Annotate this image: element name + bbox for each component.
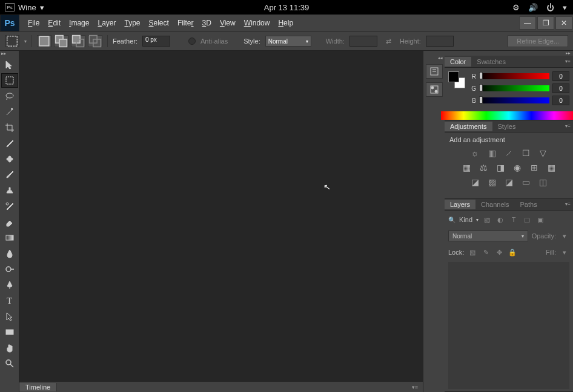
dropdown-icon[interactable]: ▾ xyxy=(563,3,567,12)
crop-tool[interactable] xyxy=(1,120,18,135)
menu-view[interactable]: View xyxy=(220,19,236,27)
color-spectrum[interactable] xyxy=(441,111,573,120)
vibrance-icon[interactable]: ▽ xyxy=(537,148,548,158)
fill-input[interactable]: ▾ xyxy=(560,248,569,256)
refine-edge-button[interactable]: Refine Edge... xyxy=(508,35,568,47)
posterize-icon[interactable]: ▨ xyxy=(486,177,497,187)
filter-kind-icon[interactable]: 🔍 xyxy=(448,217,455,223)
b-slider[interactable] xyxy=(479,97,549,103)
g-slider[interactable] xyxy=(479,85,549,91)
move-tool[interactable] xyxy=(1,57,18,72)
tab-paths[interactable]: Paths xyxy=(515,200,543,209)
b-value[interactable]: 0 xyxy=(552,96,569,105)
marquee-tool[interactable] xyxy=(1,73,18,88)
lock-transparency-icon[interactable]: ▧ xyxy=(468,248,477,256)
menu-edit[interactable]: Edit xyxy=(48,19,61,27)
pen-tool[interactable] xyxy=(1,278,18,292)
eyedropper-tool[interactable] xyxy=(1,136,18,151)
tab-layers[interactable]: Layers xyxy=(445,200,475,209)
dock-history-icon[interactable] xyxy=(426,64,443,79)
history-brush-tool[interactable] xyxy=(1,199,18,214)
gradient-tool[interactable] xyxy=(1,230,18,245)
adjustments-panel-menu-icon[interactable]: ▾≡ xyxy=(565,123,571,129)
tool-preset-caret[interactable]: ▾ xyxy=(24,39,27,44)
dock-properties-icon[interactable] xyxy=(426,82,443,97)
path-selection-tool[interactable] xyxy=(1,309,18,324)
timeline-tab[interactable]: Timeline xyxy=(19,383,57,391)
tab-adjustments[interactable]: Adjustments xyxy=(445,122,492,131)
filter-shape-icon[interactable]: ▢ xyxy=(522,215,532,224)
swap-wh-icon[interactable]: ⇄ xyxy=(386,38,391,45)
clone-stamp-tool[interactable] xyxy=(1,183,18,198)
menu-help[interactable]: Help xyxy=(278,19,293,27)
brush-tool[interactable] xyxy=(1,168,18,182)
curves-icon[interactable]: ⟋ xyxy=(503,148,514,158)
foreground-color-swatch[interactable] xyxy=(448,71,459,82)
lock-position-icon[interactable]: ✥ xyxy=(494,248,504,256)
menu-filter[interactable]: Filter xyxy=(177,19,194,27)
type-tool[interactable]: T xyxy=(1,293,18,308)
panels-collapse-icon[interactable]: ▸▸ xyxy=(445,51,573,56)
timeline-menu-icon[interactable]: ▾≡ xyxy=(412,384,418,390)
style-select[interactable]: Normal▾ xyxy=(265,36,311,47)
exposure-icon[interactable]: ☐ xyxy=(520,148,531,158)
feather-input[interactable]: 0 px xyxy=(142,36,170,47)
color-lookup-icon[interactable]: ▦ xyxy=(546,163,557,172)
menu-3d[interactable]: 3D xyxy=(202,19,211,27)
window-maximize-button[interactable]: ❐ xyxy=(537,16,554,30)
zoom-tool[interactable] xyxy=(1,356,18,371)
menu-image[interactable]: Image xyxy=(69,19,89,27)
antialias-checkbox[interactable] xyxy=(188,38,196,45)
app-logo[interactable]: Ps xyxy=(0,15,19,31)
menu-file[interactable]: File xyxy=(28,19,39,27)
tab-swatches[interactable]: Swatches xyxy=(471,57,511,67)
window-close-button[interactable]: ✕ xyxy=(555,16,572,30)
healing-brush-tool[interactable] xyxy=(1,152,18,166)
os-app-menu-caret[interactable]: ▾ xyxy=(40,3,44,12)
opacity-input[interactable]: ▾ xyxy=(560,232,569,240)
lasso-tool[interactable] xyxy=(1,89,18,103)
window-minimize-button[interactable]: — xyxy=(519,16,536,30)
levels-icon[interactable]: ▥ xyxy=(486,148,497,158)
foreground-background-swatch[interactable] xyxy=(448,71,465,88)
eraser-tool[interactable] xyxy=(1,215,18,229)
filter-type-icon[interactable]: T xyxy=(509,215,518,224)
g-value[interactable]: 0 xyxy=(552,83,569,93)
selection-new-button[interactable] xyxy=(37,35,51,47)
tool-preset-picker[interactable] xyxy=(5,35,19,47)
hand-tool[interactable] xyxy=(1,341,18,355)
dodge-tool[interactable] xyxy=(1,262,18,276)
color-panel-menu-icon[interactable]: ▾≡ xyxy=(565,59,571,64)
photo-filter-icon[interactable]: ◉ xyxy=(512,163,523,172)
selection-add-button[interactable] xyxy=(54,35,68,47)
invert-icon[interactable]: ◪ xyxy=(469,177,480,187)
lock-image-icon[interactable]: ✎ xyxy=(481,248,491,256)
tab-channels[interactable]: Channels xyxy=(475,200,514,209)
blend-mode-select[interactable]: Normal▾ xyxy=(448,230,528,241)
filter-adjustment-icon[interactable]: ◐ xyxy=(495,215,505,224)
channel-mixer-icon[interactable]: ⊞ xyxy=(529,163,540,172)
gradient-map-icon[interactable]: ▭ xyxy=(520,177,531,187)
brightness-icon[interactable]: ☼ xyxy=(469,148,480,158)
blur-tool[interactable] xyxy=(1,246,18,261)
menu-window[interactable]: Window xyxy=(244,19,270,27)
menu-select[interactable]: Select xyxy=(149,19,169,27)
tab-color[interactable]: Color xyxy=(445,57,471,67)
menu-type[interactable]: Type xyxy=(124,19,140,27)
selection-intersect-button[interactable] xyxy=(88,35,102,47)
selection-subtract-button[interactable] xyxy=(71,35,85,47)
canvas-area[interactable]: ↖ xyxy=(19,51,423,381)
rectangle-tool[interactable] xyxy=(1,325,18,339)
filter-pixel-icon[interactable]: ▧ xyxy=(482,215,492,224)
tab-styles[interactable]: Styles xyxy=(492,122,522,131)
bw-icon[interactable]: ◨ xyxy=(495,163,506,172)
os-app-name[interactable]: Wine xyxy=(18,3,36,12)
filter-smart-icon[interactable]: ▣ xyxy=(535,215,545,224)
hue-icon[interactable]: ▦ xyxy=(461,163,472,172)
layers-list[interactable] xyxy=(448,262,569,389)
volume-icon[interactable]: 🔊 xyxy=(528,3,538,12)
network-icon[interactable]: ⚙ xyxy=(512,3,520,12)
r-slider[interactable] xyxy=(479,73,549,79)
menu-layer[interactable]: Layer xyxy=(98,19,116,27)
tool-palette-collapse[interactable]: ▸▸ xyxy=(0,51,19,57)
